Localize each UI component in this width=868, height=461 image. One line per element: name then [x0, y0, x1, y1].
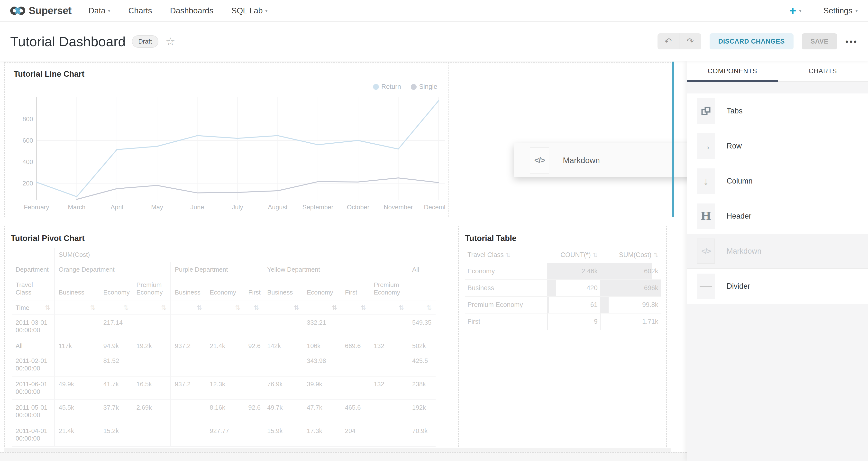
sidebar-tabs: COMPONENTSCHARTS — [687, 61, 868, 82]
pivot-cell: 217.14 — [99, 315, 133, 338]
pivot-sort-cell[interactable]: ⇅ — [370, 301, 408, 315]
pivot-column-header[interactable]: Business — [263, 277, 303, 301]
nav-item-dashboards[interactable]: Dashboards — [170, 6, 213, 16]
sidebar-item-markdown[interactable]: </>Markdown — [687, 234, 868, 269]
pivot-cell — [263, 315, 303, 338]
pivot-column-header[interactable]: Economy — [303, 277, 341, 301]
pivot-sort-cell[interactable]: ⇅ — [408, 301, 436, 315]
pivot-column-header[interactable]: Economy — [206, 277, 245, 301]
table-chart-card[interactable]: Tutorial Table Travel Class ⇅COUNT(*) ⇅S… — [458, 226, 667, 452]
pivot-cell: 92.6 — [244, 400, 263, 423]
tab-components[interactable]: COMPONENTS — [687, 61, 778, 81]
column-header-travel-class[interactable]: Travel Class ⇅ — [465, 247, 547, 263]
nav-item-label: Dashboards — [170, 6, 213, 16]
drag-ghost-markdown[interactable]: </> Markdown — [514, 143, 695, 177]
cell-count: 61 — [547, 297, 600, 313]
pivot-sort-cell[interactable]: ⇅ — [341, 301, 370, 315]
tabs-icon — [697, 98, 715, 124]
sort-icon[interactable]: ⇅ — [235, 304, 241, 312]
pivot-cell — [170, 400, 206, 423]
undo-button[interactable]: ↶ — [657, 33, 679, 50]
sort-icon[interactable]: ⇅ — [361, 304, 366, 312]
save-button[interactable]: SAVE — [802, 33, 837, 50]
redo-button[interactable]: ↷ — [679, 33, 701, 50]
sort-icon[interactable]: ⇅ — [426, 304, 432, 312]
pivot-cell — [132, 423, 170, 447]
sort-icon[interactable]: ⇅ — [90, 304, 96, 312]
column-header-count-[interactable]: COUNT(*) ⇅ — [547, 247, 600, 263]
sidebar-item-row[interactable]: →Row — [687, 128, 868, 163]
pivot-column-header[interactable]: Business — [170, 277, 206, 301]
pivot-cell — [370, 315, 408, 338]
pivot-time-label[interactable]: Time ⇅ — [12, 301, 55, 315]
sort-icon[interactable]: ⇅ — [45, 304, 50, 312]
pivot-sort-cell[interactable]: ⇅ — [263, 301, 303, 315]
table-row: Economy2.46k602k — [465, 263, 661, 280]
pivot-sort-cell[interactable]: ⇅ — [206, 301, 245, 315]
pivot-cell: 76.9k — [263, 376, 303, 400]
superset-logo[interactable]: Superset — [10, 5, 71, 17]
settings-menu[interactable]: Settings ▾ — [824, 6, 858, 16]
pivot-cell: 47.7k — [303, 400, 341, 423]
favorite-star-icon[interactable]: ☆ — [166, 35, 175, 48]
sort-icon[interactable]: ⇅ — [254, 304, 259, 312]
line-chart-card[interactable]: Tutorial Line Chart ReturnSingle 2004006… — [5, 63, 449, 217]
sort-icon[interactable]: ⇅ — [197, 304, 202, 312]
infinity-logo-icon — [10, 5, 25, 16]
pivot-sort-cell[interactable]: ⇅ — [132, 301, 170, 315]
pivot-column-header[interactable]: Economy — [99, 277, 133, 301]
dashboard-row-1[interactable]: Tutorial Line Chart ReturnSingle 2004006… — [4, 62, 671, 217]
pivot-chart-card[interactable]: Tutorial Pivot Chart SUM(Cost)Department… — [4, 226, 443, 452]
pivot-group-header: All — [408, 262, 436, 277]
tab-charts[interactable]: CHARTS — [778, 61, 868, 81]
plus-icon: + — [789, 5, 796, 16]
pivot-column-header[interactable]: Premium Economy — [370, 277, 408, 301]
pivot-sort-cell[interactable]: ⇅ — [99, 301, 133, 315]
nav-item-sql-lab[interactable]: SQL Lab▾ — [231, 6, 268, 16]
sort-icon[interactable]: ⇅ — [399, 304, 404, 312]
pivot-sort-cell[interactable]: ⇅ — [303, 301, 341, 315]
pivot-column-header[interactable]: First — [341, 277, 370, 301]
pivot-sort-cell[interactable]: ⇅ — [244, 301, 263, 315]
sidebar-item-column[interactable]: ↓Column — [687, 163, 868, 198]
column-icon: ↓ — [697, 168, 715, 194]
pivot-group-row: DepartmentOrange DepartmentPurple Depart… — [12, 262, 436, 277]
sort-icon[interactable]: ⇅ — [506, 252, 510, 258]
line-chart: 200400600800FebruaryMarchAprilMayJuneJul… — [10, 89, 445, 215]
pivot-column-header[interactable]: Premium Economy — [132, 277, 170, 301]
pivot-row-header: 2011-03-01 00:00:00 — [12, 315, 55, 338]
sidebar-item-tabs[interactable]: Tabs — [687, 93, 868, 128]
sidebar-item-header[interactable]: HHeader — [687, 198, 868, 234]
pivot-metric-row: SUM(Cost) — [12, 248, 436, 262]
pivot-sort-cell[interactable]: ⇅ — [170, 301, 206, 315]
sort-icon[interactable]: ⇅ — [332, 304, 337, 312]
pivot-cell: 937.2 — [170, 338, 206, 353]
new-item-button[interactable]: + ▾ — [789, 5, 802, 16]
pivot-column-header[interactable]: First — [244, 277, 263, 301]
sort-icon[interactable]: ⇅ — [294, 304, 299, 312]
canvas-bottom-area — [0, 452, 687, 461]
sidebar-item-label: Header — [726, 212, 751, 220]
pivot-sort-cell[interactable]: ⇅ — [55, 301, 99, 315]
pivot-cell: 117k — [55, 338, 99, 353]
sidebar-item-label: Markdown — [726, 247, 762, 255]
sort-icon[interactable]: ⇅ — [161, 304, 166, 312]
discard-changes-button[interactable]: DISCARD CHANGES — [710, 33, 794, 50]
pivot-column-header[interactable]: Business — [55, 277, 99, 301]
pivot-cell: 94.9k — [99, 338, 133, 353]
svg-text:May: May — [151, 204, 163, 211]
sort-icon[interactable]: ⇅ — [123, 304, 129, 312]
svg-text:September: September — [303, 204, 334, 211]
page-title[interactable]: Tutorial Dashboard — [10, 34, 126, 50]
column-header-sum-cost-[interactable]: SUM(Cost) ⇅ — [600, 247, 661, 263]
nav-item-label: Charts — [128, 6, 152, 16]
pivot-group-header: Yellow Department — [263, 262, 408, 277]
nav-item-charts[interactable]: Charts — [128, 6, 152, 16]
pivot-column-header[interactable] — [408, 277, 436, 301]
sidebar-item-divider[interactable]: Divider — [687, 269, 868, 304]
nav-item-data[interactable]: Data▾ — [89, 6, 111, 16]
more-options-button[interactable]: ••• — [845, 37, 858, 46]
pivot-header: SUM(Cost)DepartmentOrange DepartmentPurp… — [12, 248, 436, 315]
sort-icon[interactable]: ⇅ — [593, 252, 598, 258]
sort-icon[interactable]: ⇅ — [653, 252, 658, 258]
